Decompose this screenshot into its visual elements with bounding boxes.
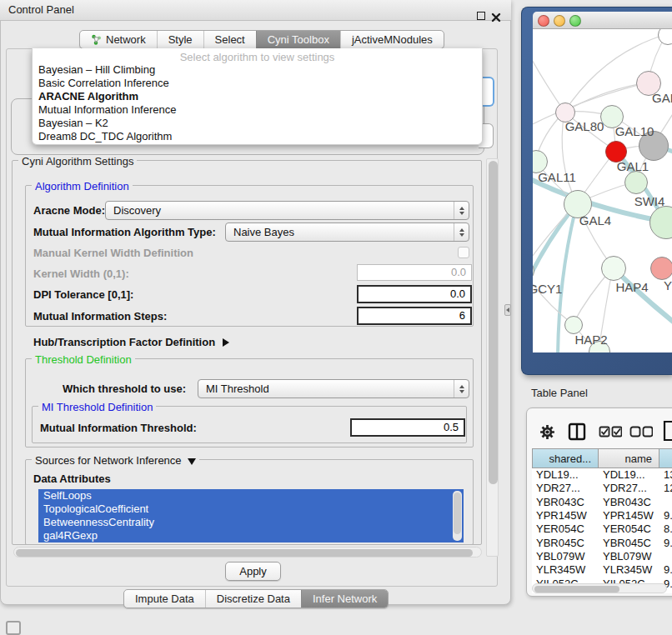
float-icon[interactable] [477, 12, 485, 20]
table-scrollbar-thumb[interactable] [534, 586, 619, 592]
table-row[interactable]: YER054CYER054C8. [532, 522, 672, 536]
table-cell[interactable]: 9. [659, 509, 672, 522]
settings-horizontal-scrollbar[interactable] [13, 547, 482, 558]
table-cell[interactable]: YBR045C [599, 537, 659, 550]
table-cell[interactable]: YER054C [599, 522, 659, 536]
table-row[interactable]: YDR27...YDR27...12 [532, 482, 672, 495]
table-cell[interactable]: YPR145W [532, 509, 599, 522]
triangle-down-icon[interactable] [188, 458, 196, 465]
table-cell[interactable]: YBL079W [599, 550, 659, 563]
algorithm-option[interactable]: Dream8 DC_TDC Algorithm [38, 130, 172, 143]
table-cell[interactable]: YLR345W [532, 563, 599, 577]
tab-cyni-toolbox[interactable]: Cyni Toolbox [256, 31, 340, 48]
algorithm-definition-legend: Algorithm Definition [32, 180, 133, 192]
select-columns-icon[interactable] [599, 426, 622, 438]
which-threshold-select[interactable]: MI Threshold [198, 379, 469, 398]
table-row[interactable]: YBL079WYBL079W [532, 550, 672, 563]
attributes-list-scrollbar[interactable] [453, 491, 462, 541]
network-node[interactable] [624, 171, 648, 194]
table-cell[interactable]: YDR27... [532, 482, 599, 495]
table-row[interactable]: YLR345WYLR345W9. [532, 563, 672, 577]
table-cell[interactable]: YDL19... [599, 468, 659, 482]
close-window-icon[interactable] [538, 15, 549, 27]
table-column-header[interactable]: shared... [532, 448, 599, 468]
tab-jactivemnodules[interactable]: jActiveMNodules [340, 31, 444, 48]
table-row[interactable]: YDL19...YDL19...13 [532, 468, 672, 482]
settings-vertical-scrollbar[interactable] [486, 158, 499, 557]
tab-impute-data-label: Impute Data [135, 590, 194, 608]
kernel-width-input[interactable]: 0.0 [357, 264, 472, 281]
network-node[interactable] [601, 256, 626, 281]
mi-type-select[interactable]: Naive Bayes [225, 222, 469, 242]
algorithm-option[interactable]: Mutual Information Inference [38, 103, 176, 117]
close-icon[interactable] [491, 11, 501, 21]
table-horizontal-scrollbar[interactable] [532, 583, 667, 593]
table-cell[interactable]: 13 [659, 468, 672, 482]
zoom-window-icon[interactable] [569, 15, 581, 27]
attribute-list-item[interactable]: gal4RGexp [38, 529, 464, 542]
network-node-label: GAL10 [615, 124, 654, 138]
network-node-label: GCY1 [533, 282, 562, 296]
deselect-columns-icon[interactable] [629, 426, 653, 438]
attribute-list-item[interactable]: BetweennessCentrality [38, 516, 464, 529]
mi-steps-input[interactable]: 6 [357, 307, 472, 325]
table-cell[interactable]: YBL079W [532, 550, 599, 563]
triangle-right-icon[interactable] [223, 338, 229, 347]
table-cell[interactable]: YPR145W [599, 509, 659, 522]
settings-vertical-scrollbar-thumb[interactable] [489, 161, 498, 484]
algorithm-option[interactable]: Basic Correlation Inference [38, 77, 169, 90]
collapsed-panel-button[interactable] [6, 621, 21, 635]
tab-infer-network[interactable]: Infer Network [301, 590, 388, 608]
gear-icon[interactable] [538, 422, 556, 441]
table-column-header[interactable]: name [599, 448, 659, 468]
stepper-up-down-icon[interactable] [454, 202, 469, 219]
table-cell[interactable]: YER054C [532, 522, 599, 536]
network-canvas[interactable]: GALGAL80GAL10GAL1GAL11SWI4GAL4HAP4YGCY1H… [533, 29, 672, 352]
table-row[interactable]: YBR045CYBR045C9. [532, 537, 672, 550]
table-cell[interactable]: YLR345W [599, 563, 659, 577]
tab-select[interactable]: Select [203, 31, 256, 48]
stepper-up-down-icon[interactable] [454, 223, 469, 241]
algorithm-option[interactable]: Bayesian – Hill Climbing [38, 63, 155, 77]
apply-button[interactable]: Apply [225, 562, 281, 581]
table-cell[interactable]: 9. [659, 563, 672, 577]
table-cell[interactable]: YBR045C [532, 537, 599, 550]
tab-style[interactable]: Style [157, 31, 203, 48]
dpi-tolerance-input[interactable]: 0.0 [357, 285, 472, 303]
sources-collapser[interactable]: Sources for Network Inference [32, 454, 199, 467]
attributes-scrollbar-thumb[interactable] [454, 492, 461, 534]
table-cell[interactable]: YBR043C [532, 496, 599, 509]
attribute-list-item[interactable]: SelfLoops [38, 489, 464, 502]
table-cell[interactable]: YDR27... [599, 482, 659, 495]
network-edge[interactable] [533, 270, 573, 324]
collapse-left-icon[interactable] [504, 304, 511, 316]
hub-factor-expander[interactable]: Hub/Transcription Factor Definition [33, 334, 229, 349]
aracne-mode-select[interactable]: Discovery [105, 201, 469, 220]
page-icon[interactable] [663, 420, 672, 442]
table-row[interactable]: YBR043CYBR043C [532, 496, 672, 509]
tab-impute-data[interactable]: Impute Data [124, 590, 205, 608]
minimize-window-icon[interactable] [554, 15, 565, 27]
stepper-up-down-icon[interactable] [454, 380, 469, 398]
table-cell[interactable]: YBR043C [599, 496, 659, 509]
tab-network[interactable]: Network [80, 31, 157, 48]
algorithm-option[interactable]: Bayesian – K2 [38, 117, 108, 130]
table-column-header[interactable] [659, 448, 672, 468]
aracne-mode-label: Aracne Mode: [33, 204, 105, 217]
network-window-titlebar[interactable] [533, 12, 672, 29]
algorithm-option-selected[interactable]: ARACNE Algorithm [38, 90, 138, 103]
table-cell[interactable]: 8. [659, 522, 672, 536]
table-cell[interactable]: YDL19... [532, 468, 599, 482]
attribute-list-item[interactable]: TopologicalCoefficient [38, 502, 464, 516]
split-columns-icon[interactable] [568, 422, 586, 441]
mi-type-label: Mutual Information Algorithm Type: [33, 226, 216, 238]
manual-kernel-checkbox[interactable] [458, 247, 469, 258]
table-cell[interactable]: 12 [659, 482, 672, 495]
table-row[interactable]: YPR145WYPR145W9. [532, 509, 672, 522]
mi-threshold-input[interactable]: 0.5 [350, 418, 465, 437]
tab-discretize-data[interactable]: Discretize Data [205, 590, 301, 608]
settings-horizontal-scrollbar-thumb[interactable] [16, 549, 473, 557]
network-node[interactable] [650, 257, 672, 280]
table-cell[interactable]: 9. [659, 537, 672, 550]
network-edge[interactable] [533, 46, 564, 112]
